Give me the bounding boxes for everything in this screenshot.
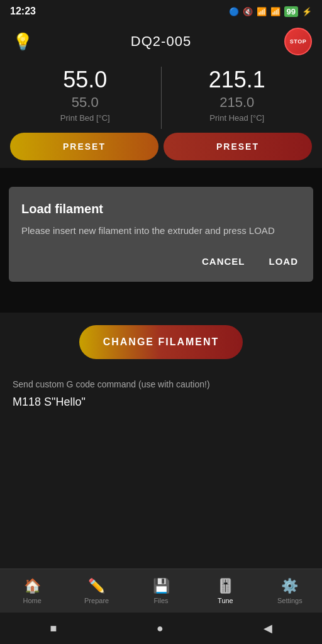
wifi-icon: 📶: [270, 7, 280, 16]
bluetooth-icon: 🔵: [229, 7, 239, 16]
bulb-icon[interactable]: 💡: [13, 32, 33, 52]
signal-icon: 📶: [257, 7, 267, 16]
preset-button-left[interactable]: PRESET: [10, 133, 158, 160]
header-title: DQ2-005: [131, 33, 191, 50]
settings-label: Settings: [277, 597, 303, 604]
top-header: 💡 DQ2-005 STOP: [0, 23, 322, 60]
temp-divider: [161, 67, 162, 129]
dialog-message: Please insert new filament into the extr…: [21, 224, 301, 238]
nav-item-files[interactable]: 💾 Files: [129, 573, 193, 609]
temperature-section: 55.0 55.0 Print Bed [°C] 215.1 215.0 Pri…: [0, 60, 322, 129]
bed-temp-col: 55.0 55.0 Print Bed [°C]: [13, 67, 158, 129]
dialog-buttons: CANCEL LOAD: [21, 251, 301, 272]
sound-icon: 🔇: [243, 7, 253, 16]
preset-button-right[interactable]: PRESET: [164, 133, 312, 160]
head-temp-label: Print Head [°C]: [165, 113, 310, 123]
charging-icon: ⚡: [302, 7, 312, 16]
dialog-wrapper: Load filament Please insert new filament…: [0, 168, 322, 313]
load-button[interactable]: LOAD: [267, 251, 301, 272]
head-temp-current: 215.1: [165, 67, 310, 93]
stop-button-label: STOP: [290, 38, 306, 45]
files-icon: 💾: [153, 578, 170, 594]
prepare-icon: ✏️: [88, 578, 105, 594]
dialog-box: Load filament Please insert new filament…: [9, 187, 313, 282]
head-temp-col: 215.1 215.0 Print Head [°C]: [165, 67, 310, 129]
prepare-label: Prepare: [84, 597, 109, 604]
stop-button[interactable]: STOP: [284, 28, 312, 55]
gcode-label: Send custom G code command (use with cau…: [13, 379, 309, 389]
nav-item-home[interactable]: 🏠 Home: [0, 573, 64, 609]
status-bar: 12:23 🔵 🔇 📶 📶 99 ⚡: [0, 0, 322, 23]
settings-icon: ⚙️: [281, 578, 298, 594]
dialog-title: Load filament: [21, 202, 301, 216]
bottom-nav: 🏠 Home ✏️ Prepare 💾 Files 🎚️ Tune ⚙️ Set…: [0, 569, 322, 613]
change-filament-section: CHANGE FILAMENT: [0, 313, 322, 372]
nav-item-settings[interactable]: ⚙️ Settings: [258, 573, 322, 609]
preset-section: PRESET PRESET: [0, 129, 322, 168]
files-label: Files: [153, 597, 168, 604]
status-icons: 🔵 🔇 📶 📶 99 ⚡: [229, 6, 312, 17]
bed-temp-label: Print Bed [°C]: [13, 113, 158, 123]
circle-button[interactable]: ●: [157, 622, 164, 635]
home-label: Home: [23, 597, 42, 604]
change-filament-button[interactable]: CHANGE FILAMENT: [79, 325, 243, 359]
nav-item-prepare[interactable]: ✏️ Prepare: [64, 573, 128, 609]
tune-icon: 🎚️: [217, 578, 234, 594]
cancel-button[interactable]: CANCEL: [199, 251, 248, 272]
gcode-section: Send custom G code command (use with cau…: [0, 372, 322, 421]
tune-label: Tune: [218, 597, 233, 604]
home-icon: 🏠: [24, 578, 41, 594]
battery-icon: 99: [284, 6, 298, 17]
head-temp-target: 215.0: [165, 94, 310, 111]
gcode-input[interactable]: [13, 396, 309, 409]
back-button[interactable]: ◀: [264, 621, 272, 635]
bed-temp-target: 55.0: [13, 94, 158, 111]
status-time: 12:23: [10, 6, 36, 17]
main-content: Load filament Please insert new filament…: [0, 168, 322, 434]
system-nav: ■ ● ◀: [0, 613, 322, 644]
square-button[interactable]: ■: [50, 622, 57, 635]
nav-item-tune[interactable]: 🎚️ Tune: [193, 573, 257, 609]
bed-temp-current: 55.0: [13, 67, 158, 93]
